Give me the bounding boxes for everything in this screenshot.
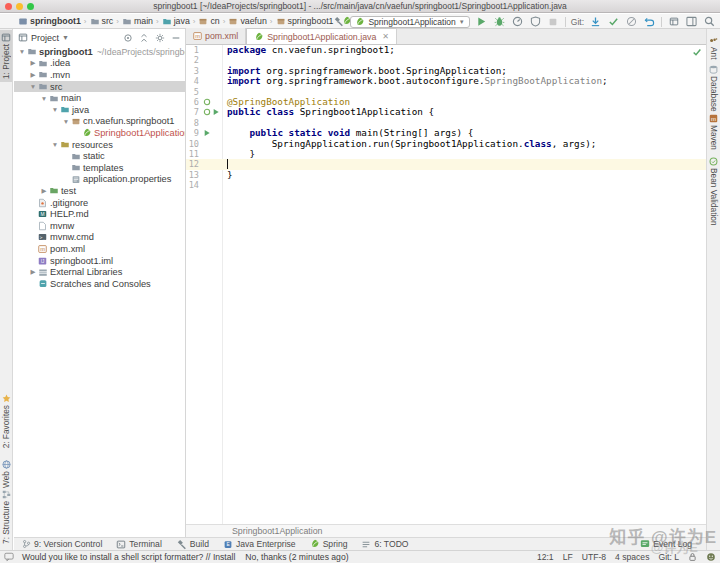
breadcrumb-item-vaefun[interactable]: vaefun [228,16,266,26]
editor-tab-pom-xml[interactable]: mpom.xml [186,28,246,44]
git-commit-button[interactable] [607,15,620,28]
code-line-1[interactable]: 1package cn.vaefun.springboot1; [186,45,706,55]
git-rollback-button[interactable] [643,15,656,28]
hide-panel-icon[interactable] [171,33,181,43]
tree-item--mvn[interactable]: ▶.mvn [14,69,186,81]
spring-bean-icon[interactable] [203,98,211,106]
collapse-arrow-icon[interactable]: ▼ [62,118,70,125]
tool-window-button-spring[interactable]: Spring [310,539,348,549]
tool-stripe-maven[interactable]: mMaven [707,111,720,153]
collapse-all-icon[interactable] [139,33,149,43]
tool-stripe-2-favorites[interactable]: 2: Favorites [0,391,12,451]
run-button[interactable] [475,15,488,28]
tool-stripe-database[interactable]: Database [707,62,720,115]
collapse-arrow-icon[interactable]: ▼ [18,48,26,55]
debug-button[interactable] [493,15,506,28]
caret-position[interactable]: 12:1 [537,552,554,562]
run-main-icon[interactable] [203,129,211,137]
tool-window-button-build[interactable]: Build [176,539,209,550]
coverage-button[interactable] [529,15,542,28]
collapse-arrow-icon[interactable]: ▼ [51,106,59,113]
tree-item-springboot1application[interactable]: Springboot1Application [14,127,186,139]
tree-item-templates[interactable]: templates [14,162,186,174]
breadcrumb-item-java[interactable]: java [162,16,190,26]
stop-button[interactable] [547,15,560,28]
expand-arrow-icon[interactable]: ▶ [29,71,37,79]
code-line-10[interactable]: 10 SpringApplication.run(Springboot1Appl… [186,139,706,149]
expand-arrow-icon[interactable]: ▶ [29,59,37,67]
editor-tab-springboot1application-java[interactable]: Springboot1Application.java✕ [246,28,397,44]
tree-item-application-properties[interactable]: application.properties [14,174,186,186]
code-line-4[interactable]: 4import org.springframework.boot.autocon… [186,76,706,86]
breadcrumb-item-src[interactable]: src [90,16,114,26]
lock-icon[interactable] [688,552,697,562]
project-view-title[interactable]: Project [31,33,59,43]
tree-item-external-libraries[interactable]: ▶External Libraries [14,266,186,278]
tool-stripe-ant[interactable]: Ant [707,33,720,62]
bookmarks-button[interactable] [667,15,680,28]
status-dismiss-link[interactable]: No, thanks (2 minutes ago) [245,552,348,562]
git-update-button[interactable] [589,15,602,28]
tree-item-mvnw-cmd[interactable]: >_mvnw.cmd [14,232,186,244]
layout-button[interactable] [685,15,698,28]
close-window-icon[interactable] [5,3,12,10]
breadcrumb-item-main[interactable]: main [122,16,153,26]
expand-arrow-icon[interactable]: ▶ [29,268,37,276]
indent-style[interactable]: 4 spaces [615,552,649,562]
build-hammer-icon[interactable] [332,15,345,28]
close-tab-icon[interactable]: ✕ [382,32,389,41]
breadcrumb-item-springboot1[interactable]: springboot1 [276,16,334,26]
tool-window-button-9-version-control[interactable]: 9: Version Control [22,539,102,549]
minimize-window-icon[interactable] [16,3,23,10]
tree-item-help-md[interactable]: MHELP.md [14,208,186,220]
notification-icon[interactable] [4,552,14,562]
tree-item-src[interactable]: ▼src [14,81,186,93]
code-line-11[interactable]: 11 } [186,149,706,159]
tree-item-java[interactable]: ▼java [14,104,186,116]
collapse-arrow-icon[interactable]: ▼ [40,95,48,102]
tool-window-button-terminal[interactable]: Terminal [116,539,161,549]
status-message[interactable]: Would you like to install a shell script… [22,552,235,562]
tree-item-mvnw[interactable]: mvnw [14,220,186,232]
code-editor[interactable]: 1package cn.vaefun.springboot1;23import … [186,45,706,524]
spring-bean-icon[interactable] [203,108,220,116]
chevron-down-icon[interactable]: ▼ [62,34,69,41]
code-line-12[interactable]: 12 [186,159,706,169]
window-controls[interactable] [5,3,34,10]
tree-item-test[interactable]: ▶test [14,185,186,197]
code-line-13[interactable]: 13} [186,170,706,180]
tree-item-pom-xml[interactable]: mpom.xml [14,243,186,255]
hector-inspector-icon[interactable] [706,552,716,562]
editor-breadcrumb-item[interactable]: Springboot1Application [232,526,322,536]
breadcrumb-item-springboot1[interactable]: springboot1 [18,16,81,26]
breadcrumb-item-cn[interactable]: cn [198,16,219,26]
code-line-7[interactable]: 7public class Springboot1Application { [186,107,706,117]
line-separator[interactable]: LF [563,552,573,562]
git-branch[interactable]: Git: L [658,552,679,562]
tree-item-cn-vaefun-springboot1[interactable]: ▼cn.vaefun.springboot1 [14,116,186,128]
tree-item-scratches-and-consoles[interactable]: Scratches and Consoles [14,278,186,290]
tree-item-resources[interactable]: ▼resources [14,139,186,151]
tree-item--gitignore[interactable]: .gitignore [14,197,186,209]
encoding[interactable]: UTF-8 [582,552,606,562]
search-everywhere-button[interactable] [703,15,716,28]
tool-window-button-event-log[interactable]: Event Log [640,539,692,549]
tool-window-button-java-enterprise[interactable]: EJava Enterprise [223,539,296,549]
tree-item-static[interactable]: static [14,150,186,162]
settings-gear-icon[interactable] [155,33,165,43]
tool-window-button-6-todo[interactable]: 6: TODO [361,539,408,549]
tool-stripe-bean-validation[interactable]: Bean Validation [707,154,720,229]
tree-item-main[interactable]: ▼main [14,92,186,104]
locate-icon[interactable] [123,33,133,43]
collapse-arrow-icon[interactable]: ▼ [29,83,37,90]
maximize-window-icon[interactable] [27,3,34,10]
tree-item--idea[interactable]: ▶.idea [14,58,186,70]
tool-stripe-web[interactable]: Web [0,457,12,491]
expand-arrow-icon[interactable]: ▶ [40,187,48,195]
run-configuration-select[interactable]: Springboot1Application▼ [350,16,469,28]
collapse-arrow-icon[interactable]: ▼ [51,141,59,148]
tree-item-springboot1-iml[interactable]: IJspringboot1.iml [14,255,186,267]
code-line-14[interactable]: 14 [186,180,706,190]
profiler-button[interactable] [511,15,524,28]
tool-stripe-7-structure[interactable]: 7: Structure [0,487,12,547]
